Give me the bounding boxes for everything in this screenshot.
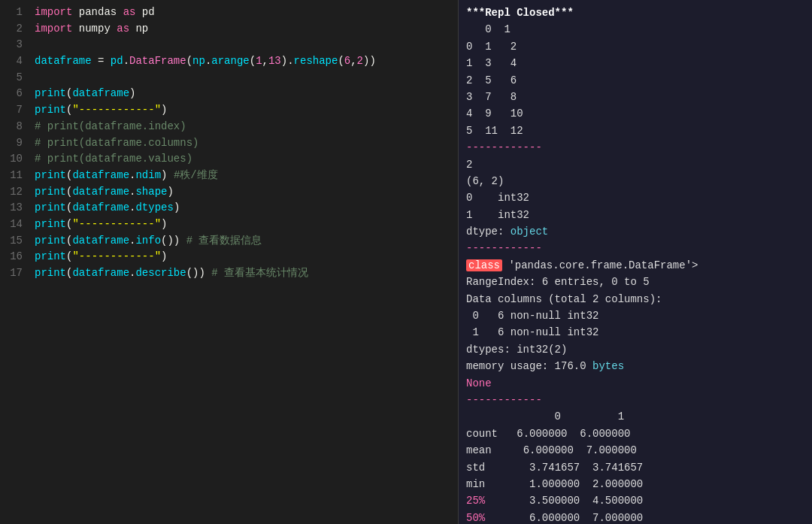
output-line: ------------	[466, 139, 804, 156]
line-number: 1	[0, 5, 23, 21]
output-line: mean 6.000000 7.000000	[466, 442, 804, 459]
code-line: # print(dataframe.values)	[35, 151, 452, 168]
output-line: dtype: object	[466, 223, 804, 240]
code-line: print(dataframe.dtypes)	[35, 200, 452, 217]
code-area: 1234567891011121314151617 import pandas …	[0, 0, 458, 524]
code-line: # print(dataframe.index)	[35, 119, 452, 135]
code-line: print("------------")	[35, 217, 452, 233]
output-line: std 3.741657 3.741657	[466, 459, 804, 476]
output-line: (6, 2)	[466, 173, 804, 189]
output-line: 0 1 2	[466, 38, 804, 55]
line-numbers: 1234567891011121314151617	[0, 0, 29, 524]
line-number: 12	[0, 184, 23, 201]
code-line: dataframe = pd.DataFrame(np.arange(1,13)…	[35, 53, 452, 70]
code-line: # print(dataframe.columns)	[35, 135, 452, 152]
output-line: 50% 6.000000 7.000000	[466, 510, 804, 524]
line-number: 15	[0, 233, 23, 250]
output-line: 2 5 6	[466, 72, 804, 89]
output-line: 25% 3.500000 4.500000	[466, 492, 804, 509]
line-number: 5	[0, 70, 23, 86]
line-number: 6	[0, 86, 23, 102]
output-line: min 1.000000 2.000000	[466, 476, 804, 492]
output-line: None	[466, 375, 804, 392]
output-line: ------------	[466, 392, 804, 408]
code-line: print(dataframe.ndim) #秩/维度	[35, 168, 452, 184]
line-number: 8	[0, 119, 23, 135]
code-line	[35, 37, 452, 53]
code-line: print(dataframe.describe()) # 查看基本统计情况	[35, 265, 452, 282]
code-line: print("------------")	[35, 249, 452, 265]
editor-pane: 1234567891011121314151617 import pandas …	[0, 0, 459, 524]
line-number: 9	[0, 135, 23, 152]
output-line: 1 3 4	[466, 55, 804, 71]
line-number: 16	[0, 249, 23, 265]
output-line: dtypes: int32(2)	[466, 341, 804, 358]
output-line: 0 6 non-null int32	[466, 307, 804, 324]
output-line: RangeIndex: 6 entries, 0 to 5	[466, 274, 804, 290]
line-number: 7	[0, 102, 23, 119]
output-line: 0 1	[466, 408, 804, 425]
output-line: memory usage: 176.0 bytes	[466, 358, 804, 374]
code-line: print(dataframe.shape)	[35, 184, 452, 201]
code-line: print(dataframe.info()) # 查看数据信息	[35, 233, 452, 250]
output-line: Data columns (total 2 columns):	[466, 291, 804, 307]
output-line: 1 6 non-null int32	[466, 324, 804, 341]
output-line: 4 9 10	[466, 105, 804, 122]
code-line: import numpy as np	[35, 21, 452, 38]
output-line: ***Repl Closed***	[466, 5, 804, 21]
output-pane: ***Repl Closed*** 0 10 1 21 3 42 5 63 7 …	[459, 0, 812, 524]
code-line: print("------------")	[35, 102, 452, 119]
output-line: 1 int32	[466, 207, 804, 223]
line-number: 2	[0, 21, 23, 38]
line-number: 4	[0, 53, 23, 70]
output-line: 0 1	[466, 21, 804, 38]
output-line: 5 11 12	[466, 123, 804, 139]
output-line: 2	[466, 156, 804, 173]
code-line: print(dataframe)	[35, 86, 452, 102]
line-number: 11	[0, 168, 23, 184]
output-line: count 6.000000 6.000000	[466, 426, 804, 442]
line-number: 13	[0, 200, 23, 217]
line-number: 10	[0, 151, 23, 168]
output-line: class 'pandas.core.frame.DataFrame'>	[466, 257, 804, 274]
output-line: 3 7 8	[466, 89, 804, 105]
output-line: 0 int32	[466, 189, 804, 206]
code-content[interactable]: import pandas as pdimport numpy as npdat…	[29, 0, 458, 524]
output-line: ------------	[466, 240, 804, 256]
line-number: 3	[0, 37, 23, 53]
line-number: 14	[0, 217, 23, 233]
line-number: 17	[0, 265, 23, 282]
code-line: import pandas as pd	[35, 5, 452, 21]
code-line	[35, 70, 452, 86]
